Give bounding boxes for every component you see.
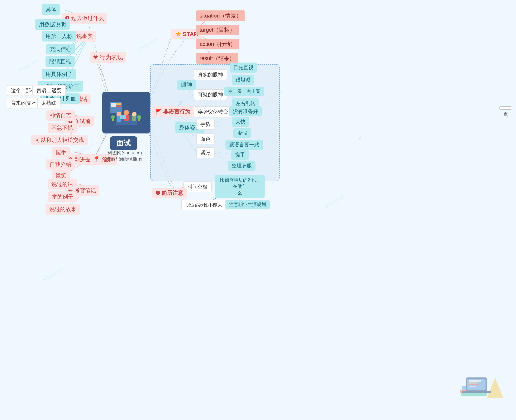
svg-rect-31 <box>469 384 479 385</box>
center-image-container <box>102 92 150 134</box>
node-meiyou: 没有准备好 <box>229 106 262 116</box>
node-diyi: 用第一人称 <box>42 31 77 42</box>
center-title: 面试 <box>110 136 137 150</box>
decoration-svg <box>449 361 503 403</box>
svg-rect-27 <box>467 379 485 390</box>
svg-rect-25 <box>461 393 487 396</box>
node-bujij: 不急不慌 <box>48 123 77 133</box>
node-jiaoliu: 可以和别人轻松交流 <box>31 135 88 145</box>
svg-rect-8 <box>116 103 121 105</box>
node-cuoshou: 搓手 <box>231 150 249 160</box>
node-shengqing: 神情自若 <box>46 110 75 121</box>
svg-point-19 <box>137 115 141 119</box>
watermark-3: shutu.cn <box>135 37 158 54</box>
node-keyi: 可疑的眼神 <box>194 89 227 100</box>
node-zuran: 姿势突然转变 <box>194 106 232 117</box>
node-beilai: 背来的技巧 <box>7 98 40 108</box>
node-gushi: 说过的故事 <box>46 204 80 215</box>
watermark-7: shutu.cn <box>42 266 64 283</box>
star-icon: ★ <box>175 30 181 38</box>
svg-rect-7 <box>111 103 116 107</box>
nonverbal-panel <box>150 64 280 181</box>
subtitle: 树图网(shutu.cn) 免费思维导图制作 <box>107 150 143 162</box>
node-xinxin: 充满信心 <box>46 44 75 54</box>
node-shijian: 时间空档 <box>183 181 212 192</box>
node-yanjing: 眼睛直视 <box>46 56 75 67</box>
node-tancheng: 很坦诚 <box>232 75 254 85</box>
svg-point-13 <box>123 110 129 115</box>
node-zhenshi: 真实的眼神 <box>194 69 227 80</box>
label-nonverbal: 🚩 非语言行为 <box>152 106 194 117</box>
svg-rect-30 <box>469 382 477 383</box>
node-target: target（目标） <box>196 25 239 35</box>
svg-rect-32 <box>469 386 476 387</box>
node-action: action（行动） <box>196 39 239 49</box>
svg-rect-16 <box>132 116 136 121</box>
node-yanshen: 眼神 <box>177 80 196 90</box>
node-ziwo: 自我介绍 <box>46 159 75 170</box>
node-result: result（结果） <box>196 53 238 64</box>
node-shoushi: 手势 <box>196 119 215 130</box>
node-julizi: 举的例子 <box>48 191 77 202</box>
node-guihua: 注意职业生涯规划 <box>225 200 270 209</box>
node-yizhi: 跟语言要一致 <box>225 140 263 150</box>
svg-point-15 <box>132 112 137 117</box>
node-zuoshang: 左上看、右上看 <box>224 87 264 96</box>
label-xingwei: ❤ 行为表现 <box>90 52 126 63</box>
svg-rect-9 <box>116 105 121 107</box>
right-edge-zhongdian: 重点 <box>499 106 512 110</box>
watermark-1: shutu.cn <box>16 58 39 75</box>
illustration-svg <box>108 98 145 127</box>
node-shuju: 用数据说明 <box>35 19 70 30</box>
node-juti: 具体 <box>42 4 60 15</box>
node-chiyi: 言语上迟疑 <box>32 85 66 96</box>
node-xujia: 虚假 <box>233 128 251 138</box>
decoration-illustration <box>449 361 503 403</box>
node-tiaoyue: 职位跳跃性不能大 <box>181 200 226 210</box>
node-mianse: 面色 <box>196 134 215 144</box>
node-muguang: 目光直视 <box>230 63 257 73</box>
node-woshou: 握手 <box>52 147 70 158</box>
svg-rect-28 <box>462 391 491 393</box>
node-shulian: 太熟练 <box>37 98 61 108</box>
node-lizi: 用具体例子 <box>42 69 77 79</box>
svg-marker-22 <box>487 377 503 398</box>
node-cizhihou: 比如辞职后的2个月在做什么 <box>215 175 265 198</box>
node-yifu: 整理衣服 <box>228 161 255 171</box>
svg-point-21 <box>111 115 115 119</box>
music-note-icon: ♪ <box>358 134 362 141</box>
node-jinzhang: 紧张 <box>196 147 215 158</box>
label-jianli: ❶ 简历注意 <box>152 188 187 198</box>
svg-rect-29 <box>469 380 481 382</box>
watermark-6: shutu.cn <box>323 193 346 210</box>
flag-icon: 🚩 <box>155 108 162 115</box>
node-taikai: 太快 <box>232 117 249 127</box>
svg-rect-17 <box>120 115 126 119</box>
node-shuohua: 说过的话 <box>48 179 77 190</box>
node-situation: situation（情景） <box>196 10 245 21</box>
